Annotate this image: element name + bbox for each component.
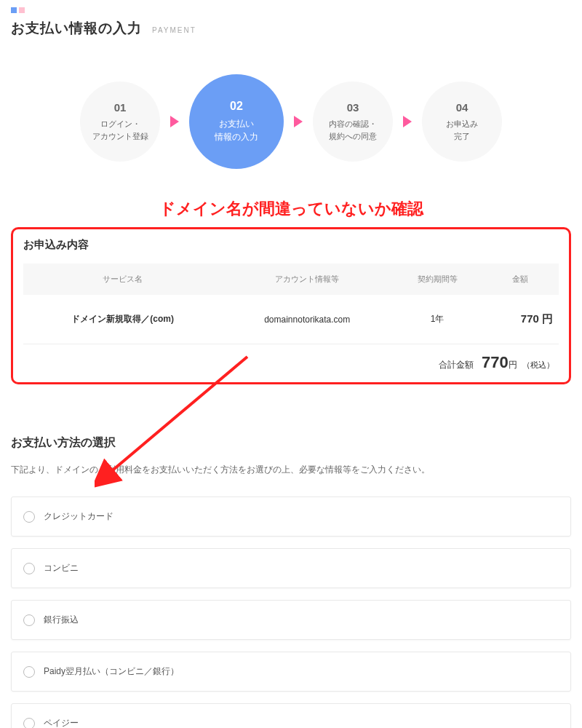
payment-option-convenience-store[interactable]: コンビニ [11,548,571,588]
total-row: 合計金額 770円 （税込） [23,344,559,375]
total-unit: 円 [509,360,517,370]
header-accent-marks [11,7,571,13]
radio-icon [23,563,35,574]
total-tax: （税込） [522,360,554,369]
payment-option-label: 銀行振込 [44,614,79,626]
step-3: 03 内容の確認・ 規約への同意 [313,82,393,162]
chevron-right-icon [403,116,412,127]
cell-amount: 770 円 [482,295,559,344]
chevron-right-icon [294,116,303,127]
radio-icon [23,511,35,523]
payment-option-label: クレジットカード [44,510,113,523]
payment-option-paidy[interactable]: Paidy翌月払い（コンビニ／銀行） [11,652,571,692]
radio-icon [23,666,35,678]
step-4: 04 お申込み 完了 [422,82,502,162]
cell-service: ドメイン新規取得／(com) [23,295,222,344]
payment-section-title: お支払い方法の選択 [11,435,571,451]
total-label: 合計金額 [439,360,474,370]
page-title-en: PAYMENT [152,26,196,34]
cell-period: 1年 [392,295,482,344]
annotation-text: ドメイン名が間違っていないか確認 [11,198,571,220]
total-amount: 770 [482,353,509,371]
payment-option-credit-card[interactable]: クレジットカード [11,496,571,537]
payment-option-label: コンビニ [44,562,79,574]
step-1: 01 ログイン・ アカウント登録 [80,82,160,162]
cell-account: domainnotorikata.com [222,295,392,344]
payment-option-bank-transfer[interactable]: 銀行振込 [11,600,571,640]
chevron-right-icon [170,116,179,127]
payment-option-label: Paidy翌月払い（コンビニ／銀行） [44,665,179,678]
col-service: サービス名 [23,264,222,295]
page-title: お支払い情報の入力 [11,19,142,38]
order-title: お申込み内容 [23,238,559,252]
payment-section-desc: 下記より、ドメインのご利用料金をお支払いいただく方法をお選びの上、必要な情報等を… [11,464,571,476]
order-summary-box: お申込み内容 サービス名 アカウント情報等 契約期間等 金額 ドメイン新規取得／… [11,227,571,384]
progress-steps: 01 ログイン・ アカウント登録 02 お支払い 情報の入力 03 内容の確認・… [11,74,571,169]
payment-option-payeasy[interactable]: ペイジー [11,703,571,728]
radio-icon [23,614,35,626]
col-account: アカウント情報等 [222,264,392,295]
order-table: サービス名 アカウント情報等 契約期間等 金額 ドメイン新規取得／(com) d… [23,264,559,344]
col-period: 契約期間等 [392,264,482,295]
table-row: ドメイン新規取得／(com) domainnotorikata.com 1年 7… [23,295,559,344]
col-amount: 金額 [482,264,559,295]
radio-icon [23,718,35,729]
step-2-active: 02 お支払い 情報の入力 [189,74,284,169]
payment-option-label: ペイジー [44,717,79,728]
